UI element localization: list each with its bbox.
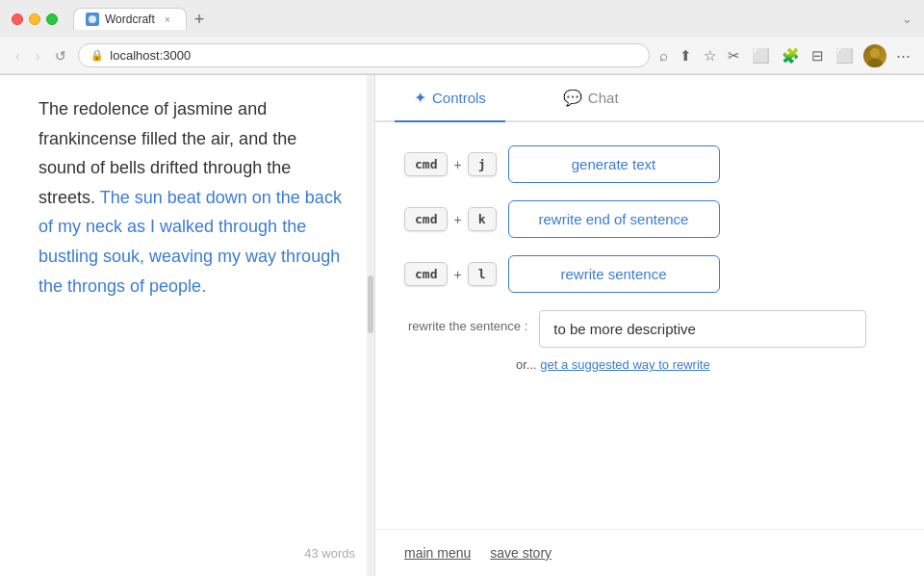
chat-tab-label: Chat bbox=[588, 90, 619, 106]
rewrite-input[interactable] bbox=[539, 310, 866, 348]
letter-key-rewrite: l bbox=[468, 262, 497, 286]
svg-point-1 bbox=[870, 48, 880, 58]
rewrite-end-sentence-button[interactable]: rewrite end of sentence bbox=[508, 200, 720, 238]
or-suggest-text: or... get a suggested way to rewrite bbox=[516, 357, 895, 372]
rewrite-section: rewrite the sentence : or... get a sugge… bbox=[408, 310, 895, 372]
fullscreen-icon[interactable]: ⬜ bbox=[834, 45, 856, 66]
active-tab[interactable]: Wordcraft × bbox=[73, 8, 187, 30]
controls-content: cmd + j generate text cmd + k rewrite en… bbox=[375, 122, 924, 529]
scrollbar-thumb[interactable] bbox=[368, 275, 373, 333]
shortcut-keys-rewrite: cmd + l bbox=[404, 262, 497, 286]
avatar[interactable] bbox=[863, 44, 886, 67]
generate-text-button[interactable]: generate text bbox=[508, 145, 720, 183]
shortcut-row-rewrite-end: cmd + k rewrite end of sentence bbox=[404, 200, 895, 238]
traffic-lights bbox=[12, 13, 58, 25]
controls-panel: ✦ Controls 💬 Chat cmd + j generate text bbox=[375, 75, 924, 576]
minimize-window-button[interactable] bbox=[29, 13, 40, 25]
rewrite-sentence-button[interactable]: rewrite sentence bbox=[508, 255, 720, 293]
close-window-button[interactable] bbox=[12, 13, 23, 25]
shortcut-keys-generate: cmd + j bbox=[404, 152, 497, 176]
new-tab-button[interactable]: + bbox=[191, 9, 209, 30]
nav-bar: ‹ › ↺ 🔒 localhost:3000 ⌕ ⬆ ☆ ✂ ⬜ 🧩 ⊟ ⬜ ⋯ bbox=[0, 38, 924, 74]
search-icon[interactable]: ⌕ bbox=[657, 45, 670, 65]
editor-panel: The redolence of jasmine and frankincens… bbox=[0, 75, 375, 576]
sidebar-icon[interactable]: ⊟ bbox=[809, 45, 826, 66]
svg-point-0 bbox=[89, 15, 96, 23]
controls-tab-label: Controls bbox=[432, 90, 486, 106]
shortcut-keys-rewrite-end: cmd + k bbox=[404, 207, 497, 231]
chat-icon: 💬 bbox=[563, 89, 582, 107]
copy-icon[interactable]: ⬜ bbox=[750, 45, 772, 66]
extensions-icon[interactable]: 🧩 bbox=[780, 45, 802, 66]
address-bar[interactable]: 🔒 localhost:3000 bbox=[78, 43, 650, 67]
cmd-key-rewrite-end: cmd bbox=[404, 207, 448, 231]
back-button[interactable]: ‹ bbox=[12, 46, 24, 65]
tab-controls[interactable]: ✦ Controls bbox=[395, 75, 505, 122]
tab-close-button[interactable]: × bbox=[161, 13, 174, 26]
suggest-link[interactable]: get a suggested way to rewrite bbox=[540, 357, 709, 372]
or-text: or... bbox=[516, 357, 537, 372]
nav-actions: ⌕ ⬆ ☆ ✂ ⬜ 🧩 ⊟ ⬜ ⋯ bbox=[657, 44, 912, 67]
lock-icon: 🔒 bbox=[90, 49, 104, 62]
fullscreen-window-button[interactable] bbox=[46, 13, 58, 25]
window-more-button[interactable]: ⌄ bbox=[902, 12, 912, 26]
tab-title: Wordcraft bbox=[105, 13, 155, 26]
save-story-link[interactable]: save story bbox=[490, 545, 552, 561]
panel-footer: main menu save story bbox=[375, 529, 924, 576]
rewrite-label: rewrite the sentence : bbox=[408, 310, 527, 335]
tab-bar: Wordcraft × + bbox=[73, 8, 894, 30]
plus-generate: + bbox=[453, 157, 461, 172]
share-icon[interactable]: ⬆ bbox=[678, 45, 694, 66]
tab-chat[interactable]: 💬 Chat bbox=[544, 75, 638, 120]
bookmark-icon[interactable]: ☆ bbox=[702, 45, 718, 66]
shortcut-row-rewrite: cmd + l rewrite sentence bbox=[404, 255, 895, 293]
rewrite-label-row: rewrite the sentence : bbox=[408, 310, 895, 348]
cmd-key-rewrite: cmd bbox=[404, 262, 448, 286]
forward-button[interactable]: › bbox=[32, 46, 44, 65]
main-menu-link[interactable]: main menu bbox=[404, 545, 471, 561]
scrollbar-track bbox=[367, 75, 374, 576]
word-count: 43 words bbox=[304, 546, 355, 561]
title-bar: Wordcraft × + ⌄ bbox=[0, 0, 924, 38]
cmd-key-generate: cmd bbox=[404, 152, 448, 176]
sparkle-icon: ✦ bbox=[414, 89, 426, 107]
reload-button[interactable]: ↺ bbox=[51, 46, 70, 65]
cut-icon[interactable]: ✂ bbox=[726, 45, 742, 66]
tab-favicon bbox=[86, 13, 99, 26]
letter-key-generate: j bbox=[468, 152, 497, 176]
panel-tabs: ✦ Controls 💬 Chat bbox=[375, 75, 924, 122]
shortcut-row-generate: cmd + j generate text bbox=[404, 145, 895, 183]
main-content: The redolence of jasmine and frankincens… bbox=[0, 75, 924, 576]
browser-chrome: Wordcraft × + ⌄ ‹ › ↺ 🔒 localhost:3000 ⌕… bbox=[0, 0, 924, 75]
plus-rewrite: + bbox=[453, 267, 461, 282]
editor-content: The redolence of jasmine and frankincens… bbox=[38, 94, 346, 301]
svg-point-2 bbox=[867, 59, 883, 67]
address-text: localhost:3000 bbox=[110, 48, 191, 63]
plus-rewrite-end: + bbox=[453, 212, 461, 227]
more-options-icon[interactable]: ⋯ bbox=[894, 45, 912, 66]
letter-key-rewrite-end: k bbox=[468, 207, 497, 231]
